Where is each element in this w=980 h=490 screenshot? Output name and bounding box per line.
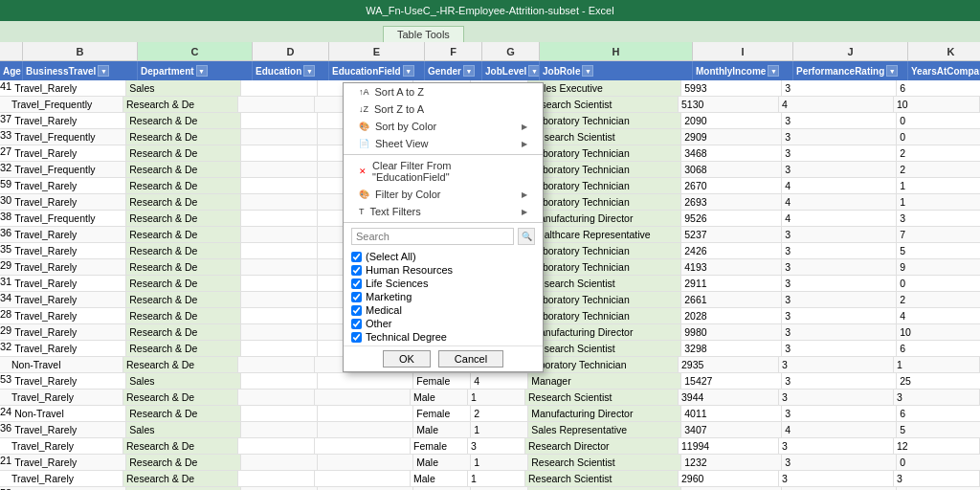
cell-b[interactable]: Non-Travel [11, 406, 126, 421]
cell-b[interactable]: Travel_Rarely [11, 324, 126, 340]
clear-filter-item[interactable]: ✕ Clear Filter From "EducationField" [344, 157, 543, 186]
cell-d[interactable] [238, 97, 315, 112]
search-input[interactable] [351, 228, 514, 245]
cell-i[interactable]: 2935 [679, 357, 779, 372]
cell-rowNum[interactable] [0, 357, 9, 372]
cell-g[interactable]: 1 [471, 455, 528, 470]
cell-f[interactable]: Male [411, 390, 468, 405]
cell-h[interactable]: Manufacturing Director [528, 406, 681, 421]
cell-j[interactable]: 3 [782, 80, 897, 96]
cell-k[interactable]: 1 [897, 194, 980, 210]
cell-i[interactable]: 2426 [681, 243, 782, 258]
cell-h[interactable]: Sales Representative [528, 422, 681, 437]
cell-h[interactable]: Laboratory Technician [525, 357, 679, 372]
cell-d[interactable] [241, 276, 318, 291]
cell-k[interactable]: 0 [897, 455, 980, 470]
cell-i[interactable]: 5237 [681, 227, 782, 242]
cell-k[interactable]: 2 [897, 145, 980, 161]
cell-c[interactable]: Research & De [123, 357, 238, 372]
cell-c[interactable]: Research & De [123, 438, 238, 454]
cell-i[interactable]: 2028 [681, 308, 782, 323]
filter-by-color-item[interactable]: 🎨 Filter by Color [344, 186, 543, 203]
cell-c[interactable]: Research & De [123, 471, 238, 486]
cell-h[interactable]: Laboratory Technician [528, 178, 681, 193]
cell-d[interactable] [238, 438, 315, 454]
cell-h[interactable]: Research Scientist [528, 276, 681, 291]
cell-d[interactable] [241, 194, 318, 210]
cell-k[interactable]: 0 [897, 276, 980, 291]
cell-c[interactable]: Research & De [126, 194, 241, 210]
cell-h[interactable]: Manufacturing Director [528, 211, 681, 226]
cell-i[interactable]: 9980 [681, 324, 782, 340]
checkbox-item-6[interactable]: Technical Degree [351, 330, 535, 344]
cell-d[interactable] [238, 390, 315, 405]
cell-b[interactable]: Travel_Rarely [9, 471, 123, 486]
cell-b[interactable]: Travel_Rarely [11, 292, 126, 307]
cell-k[interactable]: 12 [894, 438, 980, 454]
cell-f[interactable]: Male [413, 455, 471, 470]
cell-g[interactable]: 1 [468, 390, 525, 405]
cell-c[interactable]: Research & De [126, 259, 241, 275]
cell-rowNum[interactable]: 34 [0, 292, 11, 307]
cell-e[interactable] [318, 373, 413, 389]
cell-h[interactable]: Sales Executive [528, 80, 681, 96]
cell-i[interactable]: 5130 [679, 97, 779, 112]
cell-b[interactable]: Travel_Rarely [9, 438, 123, 454]
cell-rowNum[interactable]: 36 [0, 227, 11, 242]
filter-businesstravel[interactable]: ▼ [98, 65, 109, 77]
cell-h[interactable]: Research Director [525, 438, 679, 454]
cell-h[interactable]: Healthcare Representative [528, 227, 681, 242]
cell-b[interactable]: Travel_Rarely [11, 308, 126, 323]
cell-d[interactable] [241, 80, 318, 96]
cell-rowNum[interactable]: 21 [0, 455, 11, 470]
cell-i[interactable]: 2090 [681, 113, 782, 128]
cell-k[interactable]: 6 [897, 341, 980, 356]
cell-e[interactable] [315, 471, 411, 486]
checkbox-item-5[interactable]: Other [351, 317, 535, 330]
cell-d[interactable] [241, 227, 318, 242]
cell-j[interactable]: 3 [782, 259, 897, 275]
cell-j[interactable]: 4 [782, 194, 897, 210]
cell-k[interactable]: 2 [897, 162, 980, 177]
cell-k[interactable]: 10 [897, 324, 980, 340]
cell-h[interactable]: Manager [528, 373, 681, 389]
cell-d[interactable] [241, 162, 318, 177]
cell-b[interactable]: Travel_Rarely [11, 455, 126, 470]
cell-i[interactable]: 2661 [681, 292, 782, 307]
cell-j[interactable]: 3 [779, 357, 894, 372]
cell-d[interactable] [241, 259, 318, 275]
search-go-button[interactable]: 🔍 [518, 228, 535, 245]
cell-c[interactable]: Research & De [126, 292, 241, 307]
cell-e[interactable] [315, 438, 411, 454]
cell-h[interactable]: Research Scientist [525, 471, 679, 486]
cell-i[interactable]: 9526 [681, 211, 782, 226]
cell-c[interactable]: Sales [126, 373, 241, 389]
cell-h[interactable]: Laboratory Technician [528, 292, 681, 307]
cell-b[interactable]: Travel_Rarely [11, 276, 126, 291]
cell-j[interactable]: 3 [779, 390, 894, 405]
cell-b[interactable]: Travel_Rarely [11, 259, 126, 275]
cell-rowNum[interactable]: 29 [0, 324, 11, 340]
cell-b[interactable]: Travel_Rarely [11, 113, 126, 128]
sort-by-color-item[interactable]: 🎨 Sort by Color [344, 118, 543, 135]
cell-b[interactable]: Travel_Frequently [11, 162, 126, 177]
cell-i[interactable]: 2670 [681, 178, 782, 193]
cell-d[interactable] [241, 341, 318, 356]
cell-k[interactable]: 7 [897, 227, 980, 242]
checkbox-input-1[interactable] [351, 265, 362, 276]
cell-d[interactable] [241, 113, 318, 128]
cell-rowNum[interactable] [0, 471, 9, 486]
cell-c[interactable]: Research & De [126, 129, 241, 145]
cell-b[interactable]: Travel_Rarely [11, 227, 126, 242]
cell-d[interactable] [241, 455, 318, 470]
cell-j[interactable]: 4 [782, 211, 897, 226]
cell-k[interactable]: 10 [894, 97, 980, 112]
cell-k[interactable]: 3 [894, 390, 980, 405]
cell-k[interactable]: 5 [897, 243, 980, 258]
cell-i[interactable]: 4011 [681, 406, 782, 421]
cell-j[interactable]: 3 [782, 406, 897, 421]
cell-b[interactable]: Travel_Rarely [11, 178, 126, 193]
filter-joblevel[interactable]: ▼ [528, 65, 540, 77]
cell-k[interactable]: 5 [897, 422, 980, 437]
cell-b[interactable]: Travel_Rarely [11, 194, 126, 210]
